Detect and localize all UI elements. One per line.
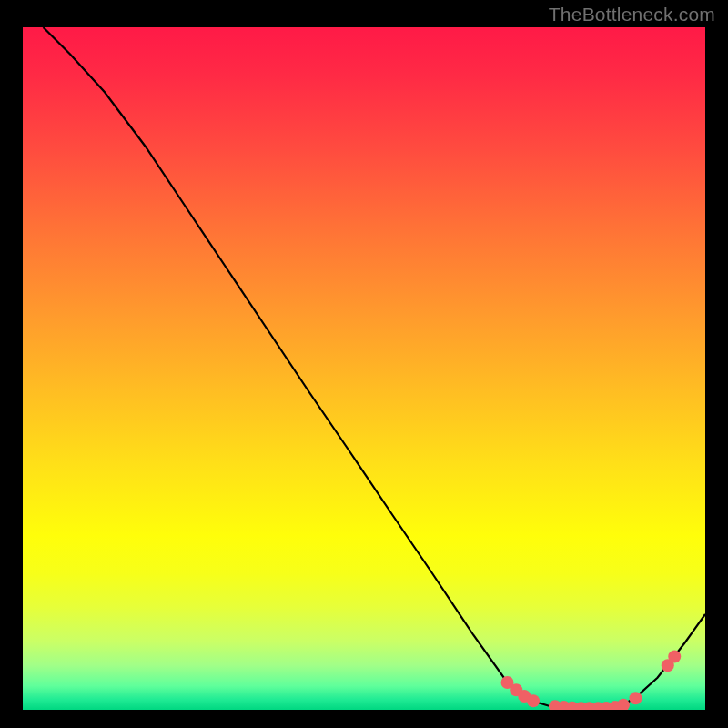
curve-marker xyxy=(668,651,681,663)
attribution-text: TheBottleneck.com xyxy=(549,4,715,25)
chart-svg xyxy=(23,27,705,710)
chart-wrapper: TheBottleneck.com xyxy=(0,0,728,728)
chart-area xyxy=(23,27,705,710)
curve-marker xyxy=(527,694,540,707)
gradient-background xyxy=(23,27,705,710)
curve-marker xyxy=(630,692,642,704)
